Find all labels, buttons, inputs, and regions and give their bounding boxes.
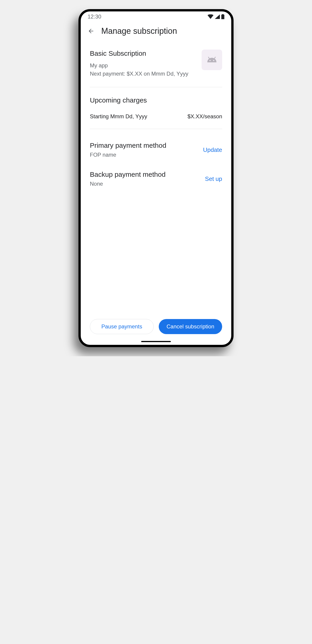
subscription-header: Basic Subscription My app Next payment: … (90, 43, 222, 85)
svg-rect-0 (221, 14, 224, 19)
app-icon (202, 50, 222, 70)
primary-payment-title: Primary payment method (90, 142, 166, 149)
backup-payment-title: Backup payment method (90, 170, 165, 178)
phone-frame: 12:30 Manage subscription (78, 9, 234, 347)
update-button[interactable]: Update (203, 146, 222, 154)
content: Basic Subscription My app Next payment: … (81, 43, 231, 312)
navigation-handle[interactable] (141, 341, 171, 342)
charge-amount: $X.XX/season (187, 113, 222, 120)
app-bar: Manage subscription (81, 22, 231, 43)
bottom-action-bar: Pause payments Cancel subscription (81, 312, 231, 341)
back-icon[interactable] (88, 28, 94, 34)
backup-payment-item: Backup payment method None Set up (90, 170, 222, 187)
status-bar: 12:30 (81, 12, 231, 22)
cancel-subscription-button[interactable]: Cancel subscription (159, 319, 222, 334)
android-icon (206, 56, 218, 64)
page-title: Manage subscription (101, 26, 177, 36)
next-payment: Next payment: $X.XX on Mmm Dd, Yyyy (90, 70, 188, 78)
status-time: 12:30 (88, 14, 101, 20)
status-icons (208, 14, 224, 19)
charge-row: Starting Mmm Dd, Yyyy $X.XX/season (90, 113, 222, 120)
primary-payment-item: Primary payment method FOP name Update (90, 142, 222, 158)
charge-start-label: Starting Mmm Dd, Yyyy (90, 113, 147, 120)
wifi-icon (208, 14, 213, 19)
phone-screen: 12:30 Manage subscription (81, 12, 231, 345)
setup-button[interactable]: Set up (205, 176, 222, 182)
upcoming-charges-title: Upcoming charges (90, 96, 222, 104)
divider (90, 87, 222, 87)
cellular-icon (215, 14, 220, 19)
primary-payment-value: FOP name (90, 152, 166, 158)
svg-rect-1 (222, 14, 224, 15)
svg-point-3 (213, 60, 214, 61)
divider (90, 129, 222, 129)
pause-payments-button[interactable]: Pause payments (90, 319, 154, 334)
battery-icon (221, 14, 224, 19)
subscription-title: Basic Subscription (90, 50, 188, 57)
app-name: My app (90, 62, 188, 70)
svg-point-2 (210, 60, 211, 61)
backup-payment-value: None (90, 181, 165, 187)
